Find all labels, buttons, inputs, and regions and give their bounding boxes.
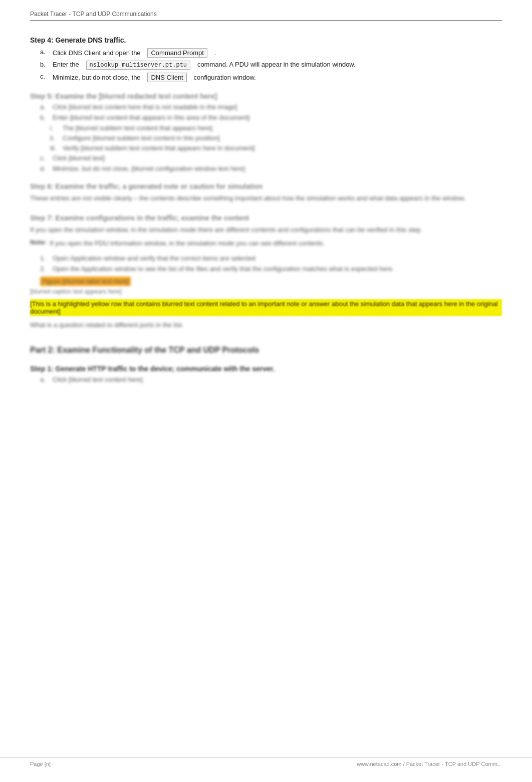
header-title: Packet Tracer - TCP and UDP Communicatio… (30, 11, 157, 18)
command-prompt-box: Command Prompt (147, 48, 207, 58)
yellow-highlight-row: [This is a highlighted yellow row that c… (30, 299, 502, 316)
text-before-b: Enter the (53, 61, 79, 68)
text-after-b: command. A PDU will appear in the simula… (197, 61, 356, 68)
blurred-step5-item4: d. Minimize, but do not close, [blurred … (30, 165, 502, 172)
text-after-a: . (214, 49, 216, 57)
text-before-c: Minimize, but do not close, the (53, 74, 141, 81)
blurred-step5-subitem1: i. The [blurred subitem text content tha… (30, 124, 502, 132)
dns-client-box: DNS Client (147, 73, 186, 82)
text-after-c: configuration window. (194, 74, 256, 81)
blurred-figure-label-row: Figure [blurred label text here] (40, 278, 502, 285)
blurred-question-text: What is a question related to different … (30, 320, 502, 331)
note-label: Note: (30, 238, 47, 246)
blurred-step6-section: Step 6: Examine the traffic; a generated… (30, 182, 502, 204)
blurred-step5-section: Step 5: Examine the [blurred redacted te… (30, 92, 502, 172)
part2-step1-item-a: a. Click [blurred text content here] (30, 376, 502, 383)
nslookup-command-box: nslookup multiserver.pt.ptu (86, 61, 190, 70)
step4-section: Step 4: Generate DNS traffic. a. Click D… (30, 36, 502, 82)
blurred-step6-heading: Step 6: Examine the traffic; a generated… (30, 182, 502, 190)
blurred-step5-item2: b. Enter [blurred text content that appe… (30, 114, 502, 121)
header-bar: Packet Tracer - TCP and UDP Communicatio… (30, 10, 502, 21)
step4-heading: Step 4: Generate DNS traffic. (30, 36, 502, 44)
list-item-b: b. Enter the nslookup multiserver.pt.ptu… (30, 61, 502, 70)
blurred-step7-para1: If you open the simulation window, in th… (30, 225, 502, 235)
text-before-a: Click DNS Client and open the (53, 49, 141, 57)
blurred-step6-para: These entries are not visible clearly – … (30, 193, 502, 204)
list-content-b: Enter the nslookup multiserver.pt.ptu co… (53, 61, 502, 70)
yellow-highlight-text: [This is a highlighted yellow row that c… (30, 299, 502, 316)
blurred-step7-section: Step 7: Examine configurations in the tr… (30, 214, 502, 331)
footer: Page [n] www.netacad.com / Packet Tracer… (0, 757, 532, 767)
blurred-step7-heading: Step 7: Examine configurations in the tr… (30, 214, 502, 222)
part2-section: Part 2: Examine Functionality of the TCP… (30, 346, 502, 355)
figure-orange-label: Figure [blurred label text here] (40, 277, 131, 286)
footer-page: Page [n] (30, 761, 51, 767)
part2-step1-section: Step 1: Generate HTTP traffic to the dev… (30, 365, 502, 383)
blurred-step7-item2: 2. Open the Application window to see th… (30, 265, 502, 273)
blurred-step5-item1: a. Click [blurred text content here that… (30, 103, 502, 111)
list-content-c: Minimize, but do not close, the DNS Clie… (53, 73, 502, 82)
blurred-note-row: Note: If you open the PDU information wi… (30, 238, 502, 252)
list-item-c: c. Minimize, but do not close, the DNS C… (30, 73, 502, 82)
list-label-a: a. (40, 48, 53, 58)
list-item-a: a. Click DNS Client and open the Command… (30, 48, 502, 58)
part2-heading: Part 2: Examine Functionality of the TCP… (30, 346, 502, 355)
list-content-a: Click DNS Client and open the Command Pr… (53, 48, 502, 58)
list-label-c: c. (40, 73, 53, 82)
blurred-note-text: If you open the PDU information window, … (50, 238, 325, 249)
footer-url: www.netacad.com / Packet Tracer - TCP an… (357, 761, 502, 767)
blurred-step5-heading: Step 5: Examine the [blurred redacted te… (30, 92, 502, 100)
page-container: Packet Tracer - TCP and UDP Communicatio… (0, 0, 532, 413)
list-label-b: b. (40, 61, 53, 70)
blurred-step5-subitem2: ii. Configure [blurred subitem text cont… (30, 134, 502, 142)
part2-step1-heading: Step 1: Generate HTTP traffic to the dev… (30, 365, 502, 373)
blurred-step5-subitem3: iii. Verify [blurred subitem text conten… (30, 144, 502, 152)
figure-caption: [blurred caption text appears here] (30, 288, 502, 295)
blurred-step7-item1: 1. Open Application window and verify th… (30, 254, 502, 262)
blurred-step5-item3: c. Click [blurred text] (30, 154, 502, 162)
